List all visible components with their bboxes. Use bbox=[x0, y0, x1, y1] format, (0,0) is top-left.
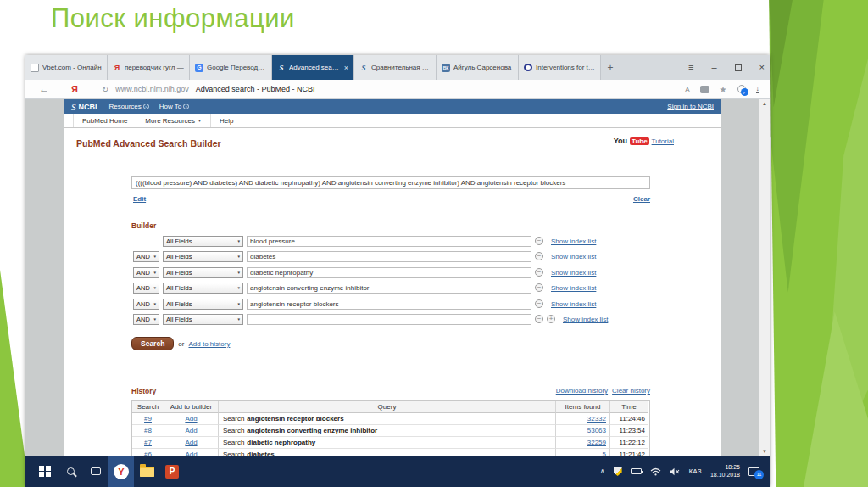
page-title-text[interactable]: Advanced search - PubMed - NCBI bbox=[196, 85, 315, 93]
boolean-select[interactable]: AND▼ bbox=[133, 299, 159, 310]
taskbar-search-button[interactable] bbox=[58, 456, 83, 487]
maximize-button[interactable] bbox=[735, 64, 742, 71]
tab-yandex-translate[interactable]: Я переводчик гугл — bbox=[108, 55, 190, 80]
remove-row-icon[interactable]: − bbox=[535, 315, 543, 323]
items-found-link[interactable]: 32332 bbox=[587, 415, 606, 423]
remove-row-icon[interactable]: − bbox=[535, 252, 543, 260]
clear-link[interactable]: Clear bbox=[633, 195, 650, 203]
show-index-link[interactable]: Show index list bbox=[551, 238, 596, 245]
remove-row-icon[interactable]: − bbox=[535, 237, 543, 245]
term-input[interactable] bbox=[247, 267, 531, 278]
yandex-home-icon[interactable]: Я bbox=[71, 84, 78, 94]
items-found-link[interactable]: 53063 bbox=[587, 427, 606, 434]
items-found-link[interactable]: 32259 bbox=[587, 439, 606, 446]
scroll-down-icon[interactable]: ▼ bbox=[762, 449, 767, 454]
antivirus-shield-icon[interactable] bbox=[614, 467, 622, 476]
taskbar-clock[interactable]: 18:25 18.10.2018 bbox=[710, 464, 740, 479]
remove-row-icon[interactable]: − bbox=[535, 283, 543, 292]
field-select[interactable]: All Fields▼ bbox=[163, 236, 243, 247]
tab-vbet[interactable]: Vbet.com - Онлайн bbox=[25, 55, 108, 80]
show-index-link[interactable]: Show index list bbox=[551, 300, 596, 308]
tab-google-translate[interactable]: G Google Переводчик bbox=[190, 55, 272, 80]
term-input[interactable] bbox=[247, 251, 531, 262]
add-to-builder-link[interactable]: Add bbox=[185, 415, 197, 423]
extension-icon[interactable] bbox=[700, 86, 709, 93]
nav-pubmed-home[interactable]: PubMed Home bbox=[73, 114, 136, 127]
add-to-history-link[interactable]: Add to history bbox=[188, 340, 230, 348]
chevron-down-icon: ▼ bbox=[198, 118, 202, 123]
url-text[interactable]: www.ncbi.nlm.nih.gov bbox=[115, 85, 189, 93]
field-select[interactable]: All Fields▼ bbox=[163, 299, 243, 310]
term-input[interactable] bbox=[247, 283, 531, 294]
new-tab-button[interactable]: + bbox=[601, 55, 620, 80]
field-select[interactable]: All Fields▼ bbox=[163, 283, 243, 294]
field-select[interactable]: All Fields▼ bbox=[163, 314, 243, 325]
clear-history-link[interactable]: Clear history bbox=[612, 387, 650, 395]
field-select[interactable]: All Fields▼ bbox=[163, 267, 243, 278]
tab-close-icon[interactable]: × bbox=[344, 64, 348, 72]
term-input[interactable] bbox=[247, 299, 531, 310]
minimize-button[interactable]: – bbox=[711, 63, 716, 72]
history-search-link[interactable]: #9 bbox=[144, 415, 152, 423]
show-index-link[interactable]: Show index list bbox=[551, 284, 596, 292]
boolean-select[interactable]: AND▼ bbox=[133, 251, 159, 262]
task-view-button[interactable] bbox=[83, 456, 108, 487]
tab-vk-profile[interactable]: ВК Айгуль Сарсенова bbox=[437, 55, 519, 80]
keyboard-language[interactable]: КАЗ bbox=[689, 467, 702, 475]
ncbi-icon: S bbox=[359, 64, 368, 72]
hidden-icons-button[interactable]: ∧ bbox=[600, 467, 605, 475]
boolean-select[interactable]: AND▼ bbox=[133, 283, 159, 294]
remove-row-icon[interactable]: − bbox=[535, 299, 543, 308]
wifi-icon[interactable] bbox=[650, 467, 661, 476]
page-scrollbar[interactable]: ▲ ▼ bbox=[759, 99, 770, 456]
back-icon[interactable]: ← bbox=[39, 83, 49, 95]
history-search-link[interactable]: #7 bbox=[144, 439, 152, 446]
file-explorer-app[interactable] bbox=[134, 456, 159, 487]
sign-in-link[interactable]: Sign in to NCBI bbox=[667, 103, 714, 110]
show-index-link[interactable]: Show index list bbox=[563, 316, 608, 323]
add-to-builder-link[interactable]: Add bbox=[185, 427, 197, 434]
scroll-up-icon[interactable]: ▲ bbox=[762, 101, 767, 106]
builder-row: All Fields▼ − Show index list bbox=[133, 235, 596, 247]
powerpoint-app[interactable]: P bbox=[159, 456, 185, 487]
tutorial-link[interactable]: Tutorial bbox=[652, 137, 674, 145]
term-input[interactable] bbox=[247, 314, 531, 325]
nav-more-resources[interactable]: More Resources ▼ bbox=[136, 114, 211, 127]
browser-menu-icon[interactable]: ≡ bbox=[688, 63, 693, 72]
ncbi-brand[interactable]: NCBI bbox=[79, 103, 97, 111]
howto-menu[interactable]: How To v bbox=[159, 103, 190, 110]
volume-muted-icon[interactable] bbox=[670, 467, 681, 476]
start-button[interactable] bbox=[32, 456, 58, 487]
boolean-select[interactable]: AND▼ bbox=[133, 267, 159, 278]
download-icon[interactable]: ↓ bbox=[756, 85, 760, 93]
tab-comparative[interactable]: S Сравнительная эф bbox=[354, 55, 437, 80]
search-button[interactable]: Search bbox=[131, 337, 174, 350]
battery-icon[interactable] bbox=[631, 468, 642, 474]
protect-sync-icon[interactable]: ✓ bbox=[737, 85, 746, 93]
history-search-link[interactable]: #8 bbox=[144, 427, 152, 434]
notification-center-icon[interactable]: 11 bbox=[748, 467, 760, 476]
youtube-tutorial[interactable]: You Tube Tutorial bbox=[614, 137, 674, 145]
nav-help[interactable]: Help bbox=[211, 114, 242, 127]
field-select[interactable]: All Fields▼ bbox=[163, 251, 243, 262]
refresh-icon[interactable]: ↻ bbox=[102, 85, 108, 94]
show-index-link[interactable]: Show index list bbox=[551, 253, 596, 260]
reader-mode-icon[interactable]: A bbox=[685, 86, 689, 93]
tab-interventions[interactable]: Interventions for the bbox=[519, 55, 601, 80]
edit-link[interactable]: Edit bbox=[133, 195, 146, 203]
add-to-builder-link[interactable]: Add bbox=[185, 439, 197, 446]
show-index-link[interactable]: Show index list bbox=[551, 269, 596, 277]
yandex-browser-app[interactable]: Y bbox=[108, 456, 134, 487]
boolean-select[interactable]: AND▼ bbox=[133, 314, 159, 325]
term-input[interactable] bbox=[247, 236, 531, 247]
chevron-down-icon: ▼ bbox=[153, 302, 157, 306]
query-input[interactable] bbox=[131, 176, 650, 189]
close-button[interactable]: × bbox=[760, 63, 765, 72]
add-row-icon[interactable]: + bbox=[547, 315, 555, 323]
bookmark-star-icon[interactable]: ★ bbox=[720, 85, 727, 94]
tab-advanced-search-active[interactable]: S Advanced search × bbox=[272, 55, 354, 80]
download-history-link[interactable]: Download history bbox=[556, 387, 608, 395]
remove-row-icon[interactable]: − bbox=[535, 268, 543, 277]
resources-menu[interactable]: Resources v bbox=[109, 103, 149, 110]
chevron-down-icon: ▼ bbox=[153, 271, 157, 275]
